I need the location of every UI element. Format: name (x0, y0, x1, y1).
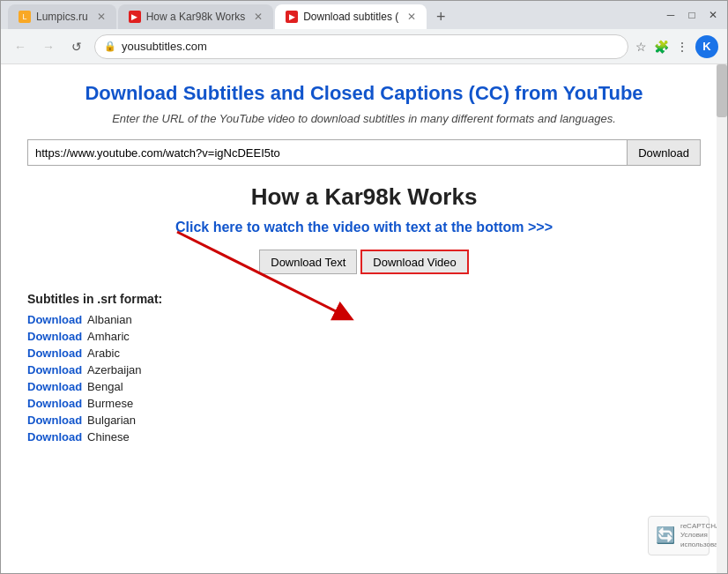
subtitles-heading: Subtitles in .srt format: (27, 292, 701, 306)
list-item: Download Amharic (27, 330, 701, 343)
download-azerbaijan[interactable]: Download (27, 363, 82, 376)
page-title: Download Subtitles and Closed Captions (… (27, 82, 701, 105)
tab-favicon-download: ▶ (286, 11, 298, 23)
recaptcha-badge: 🔄 reCAPTCHAУсловия использования (648, 516, 709, 555)
lang-albanian: Albanian (87, 313, 132, 326)
subtitle-emphasis: many different formats and languages (420, 112, 613, 125)
tab-label-lumpics: Lumpics.ru (36, 11, 88, 23)
list-item: Download Burmese (27, 397, 701, 410)
video-title: How a Kar98k Works (27, 183, 701, 211)
tab-favicon-kar98k: ▶ (129, 11, 141, 23)
download-text-button[interactable]: Download Text (259, 250, 357, 274)
download-bengal[interactable]: Download (27, 380, 82, 393)
profile-avatar[interactable]: K (695, 35, 718, 58)
address-bar: ← → ↺ 🔒 yousubtitles.com ☆ 🧩 ⋮ K (1, 29, 727, 64)
recaptcha-logo: 🔄 (656, 526, 675, 545)
list-item: Download Bulgarian (27, 414, 701, 427)
subtitle-end: . (613, 112, 616, 125)
tab-close-kar98k[interactable]: ✕ (254, 11, 263, 23)
download-bulgarian[interactable]: Download (27, 414, 82, 427)
lang-arabic: Arabic (87, 347, 120, 360)
list-item: Download Arabic (27, 347, 701, 360)
tab-close-lumpics[interactable]: ✕ (97, 11, 106, 23)
tab-label-kar98k: How a Kar98k Works (146, 11, 245, 23)
list-item: Download Azerbaijan (27, 363, 701, 376)
star-icon[interactable]: ☆ (635, 40, 647, 54)
download-albanian[interactable]: Download (27, 313, 82, 326)
lang-bengal: Bengal (87, 380, 123, 393)
forward-button[interactable]: → (38, 40, 59, 54)
menu-icon[interactable]: ⋮ (676, 40, 688, 54)
list-item: Download Chinese (27, 430, 701, 444)
tab-download-subtitles[interactable]: ▶ Download subtitles ( ✕ (275, 4, 427, 29)
tab-kar98k[interactable]: ▶ How a Kar98k Works ✕ (118, 4, 273, 29)
extension-icon[interactable]: 🧩 (654, 40, 669, 54)
page-content: Download Subtitles and Closed Captions (… (1, 64, 727, 573)
download-burmese[interactable]: Download (27, 397, 82, 410)
tabs-area: L Lumpics.ru ✕ ▶ How a Kar98k Works ✕ ▶ … (8, 1, 657, 29)
download-video-button[interactable]: Download Video (360, 250, 468, 274)
lang-amharic: Amharic (87, 330, 130, 343)
new-tab-button[interactable]: + (428, 4, 453, 29)
back-button[interactable]: ← (10, 40, 31, 54)
download-chinese[interactable]: Download (27, 430, 82, 444)
address-text: yousubtitles.com (122, 40, 619, 53)
watch-link[interactable]: Click here to watch the video with text … (27, 220, 701, 235)
subtitle-text: Enter the URL of the YouTube video to do… (112, 112, 417, 125)
scrollbar-thumb[interactable] (717, 64, 727, 117)
tab-favicon-lumpics: L (19, 11, 31, 23)
lang-burmese: Burmese (87, 397, 133, 410)
action-buttons: Download Text Download Video (27, 250, 701, 274)
download-amharic[interactable]: Download (27, 330, 82, 343)
scrollbar-track[interactable] (717, 64, 727, 573)
url-input-row: Download (27, 139, 701, 166)
refresh-button[interactable]: ↺ (66, 40, 87, 54)
url-input[interactable] (27, 139, 628, 166)
subtitles-section: Subtitles in .srt format: Download Alban… (27, 292, 701, 444)
download-arabic[interactable]: Download (27, 347, 82, 360)
lang-chinese: Chinese (87, 430, 130, 444)
window-controls: ─ □ ✕ (657, 9, 720, 21)
download-button[interactable]: Download (628, 139, 701, 166)
maximize-button[interactable]: □ (685, 9, 699, 21)
lang-azerbaijan: Azerbaijan (87, 363, 141, 376)
tab-lumpics[interactable]: L Lumpics.ru ✕ (8, 4, 116, 29)
address-right-icons: ☆ 🧩 ⋮ K (635, 35, 718, 58)
minimize-button[interactable]: ─ (664, 9, 678, 21)
lock-icon: 🔒 (104, 41, 116, 52)
list-item: Download Albanian (27, 313, 701, 326)
browser-window: L Lumpics.ru ✕ ▶ How a Kar98k Works ✕ ▶ … (0, 0, 728, 574)
lang-bulgarian: Bulgarian (87, 414, 136, 427)
close-button[interactable]: ✕ (706, 9, 720, 21)
address-input-wrap[interactable]: 🔒 yousubtitles.com (94, 34, 628, 59)
page-subtitle: Enter the URL of the YouTube video to do… (27, 112, 701, 125)
title-bar: L Lumpics.ru ✕ ▶ How a Kar98k Works ✕ ▶ … (1, 1, 727, 29)
tab-label-download: Download subtitles ( (303, 11, 398, 23)
list-item: Download Bengal (27, 380, 701, 393)
tab-close-download[interactable]: ✕ (407, 11, 416, 23)
